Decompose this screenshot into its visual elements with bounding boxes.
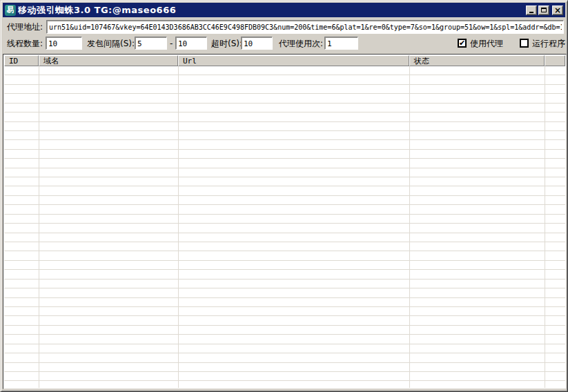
- table-row: [4, 215, 565, 224]
- thread-count-input[interactable]: [46, 37, 82, 50]
- table-row: [4, 186, 565, 195]
- table-row: [4, 112, 565, 121]
- timeout-input[interactable]: [241, 37, 273, 50]
- table-row: [4, 150, 565, 159]
- table-row: [4, 94, 565, 103]
- send-interval-min-input[interactable]: [135, 37, 167, 50]
- run-program-label: 运行程序: [532, 39, 565, 49]
- table-row: [4, 131, 565, 140]
- maximize-button[interactable]: [538, 6, 549, 15]
- table-gridline: [409, 66, 410, 388]
- table-gridline: [39, 66, 39, 388]
- title-bar: 易 移动强引蜘蛛3.0 TG:@maseo666 ×: [3, 3, 565, 17]
- table-row: [4, 270, 565, 279]
- column-header-域名[interactable]: 域名: [39, 55, 178, 66]
- column-header-spacer[interactable]: [545, 55, 565, 66]
- table-row: [4, 353, 565, 362]
- table-row: [4, 316, 565, 325]
- minimize-button[interactable]: [526, 6, 537, 15]
- window-controls: ×: [525, 6, 563, 15]
- close-icon: ×: [554, 7, 561, 14]
- table-row: [4, 168, 565, 177]
- table-row: [4, 242, 565, 251]
- column-header-状态[interactable]: 状态: [409, 55, 545, 66]
- table-row: [4, 372, 565, 381]
- interval-range-separator: -: [170, 39, 173, 49]
- table-header-row: ID域名Url状态: [4, 55, 565, 66]
- table-row: [4, 363, 565, 372]
- proxy-uses-label: 代理使用次:: [279, 39, 323, 49]
- table-row: [4, 233, 565, 242]
- use-proxy-label: 使用代理: [470, 39, 503, 49]
- timeout-label: 超时(S):: [211, 39, 242, 49]
- table-row: [4, 251, 565, 260]
- table-gridline: [545, 66, 545, 388]
- table-row: [4, 381, 565, 388]
- close-button[interactable]: ×: [552, 6, 563, 15]
- table-row: [4, 326, 565, 335]
- table-row: [4, 122, 565, 131]
- table-row: [4, 177, 565, 186]
- proxy-address-label: 代理地址:: [7, 22, 43, 32]
- table-row: [4, 280, 565, 288]
- table-row: [4, 261, 565, 270]
- table-row: [4, 159, 565, 168]
- results-table: ID域名Url状态: [3, 54, 567, 389]
- minimize-icon: [529, 12, 533, 13]
- table-row: [4, 104, 565, 112]
- table-row: [4, 335, 565, 344]
- table-row: [4, 288, 565, 297]
- run-program-checkbox[interactable]: [520, 39, 529, 48]
- table-row: [4, 307, 565, 316]
- window-title: 移动强引蜘蛛3.0 TG:@maseo666: [18, 4, 176, 17]
- send-interval-max-input[interactable]: [175, 37, 207, 50]
- column-header-Url[interactable]: Url: [178, 55, 409, 66]
- table-row: [4, 75, 565, 84]
- send-interval-label: 发包间隔(S):: [87, 39, 135, 49]
- results-table-inner: ID域名Url状态: [4, 55, 565, 388]
- table-row: [4, 196, 565, 205]
- table-row: [4, 298, 565, 307]
- table-body[interactable]: [4, 66, 565, 388]
- proxy-uses-input[interactable]: [324, 37, 358, 50]
- table-row: [4, 205, 565, 214]
- app-window: 易 移动强引蜘蛛3.0 TG:@maseo666 × 代理地址: 线程数量: 发…: [0, 0, 568, 392]
- table-row: [4, 85, 565, 94]
- table-row: [4, 224, 565, 233]
- thread-count-label: 线程数量:: [7, 39, 43, 49]
- app-icon: 易: [5, 5, 16, 16]
- table-row: [4, 344, 565, 353]
- column-header-ID[interactable]: ID: [4, 55, 39, 66]
- table-gridline: [178, 66, 179, 388]
- table-row: [4, 140, 565, 149]
- maximize-icon: [541, 8, 547, 12]
- use-proxy-checkbox[interactable]: [458, 39, 467, 48]
- table-row: [4, 66, 565, 75]
- proxy-address-input[interactable]: [46, 20, 564, 34]
